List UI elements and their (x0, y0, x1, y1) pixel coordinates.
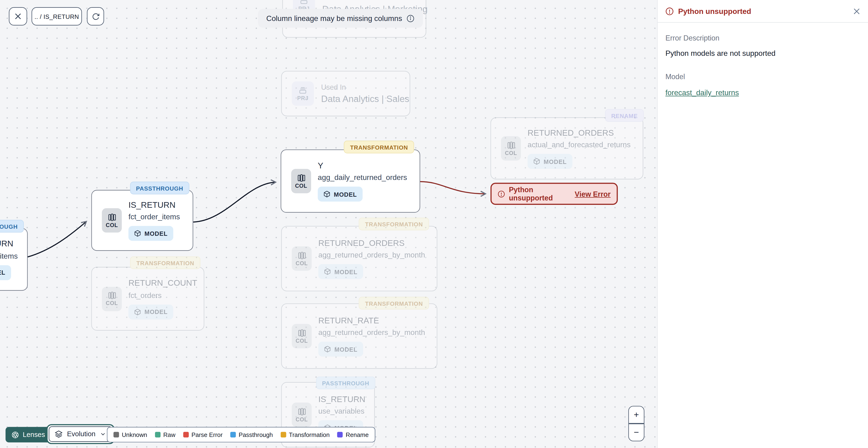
chip-label: COL (296, 260, 308, 266)
alert-circle-icon (498, 189, 505, 198)
prj-chip: PRJ (292, 82, 314, 106)
cube-icon (324, 346, 331, 353)
node-body: COL RETURNED_ORDERS agg_returned_orders_… (282, 226, 437, 291)
lineage-node-used-in-sales[interactable]: PRJ Used In Data Analytics | Sales (281, 71, 410, 116)
edge-passthrough-to-y (193, 182, 276, 222)
lineage-node-return-count[interactable]: TRANSFORMATION COL RETURN_COUNT fct_orde… (91, 267, 205, 330)
refresh-button[interactable] (87, 7, 104, 26)
node-body: COL RETURN_COUNT fct_orders MODEL (92, 267, 204, 330)
lineage-node-return-rate[interactable]: TRANSFORMATION COL RETURN_RATE agg_retur… (281, 303, 437, 369)
columns-icon (107, 291, 116, 300)
columns-icon (297, 174, 305, 182)
panel-body: Error Description Python models are not … (658, 23, 868, 108)
lenses-button[interactable]: Lenses (6, 427, 51, 442)
pill-label: MODEL (544, 158, 566, 165)
node-body: COL RETURNED_ORDERS actual_and_forecaste… (491, 118, 643, 179)
node-subtitle: agg_returned_orders_by_month (318, 251, 425, 259)
columns-icon (107, 213, 116, 221)
model-link[interactable]: forecast_daily_returns (665, 89, 739, 97)
legend-item-transformation: Transformation (281, 431, 330, 438)
alert-circle-icon (665, 7, 674, 15)
columns-icon (298, 251, 306, 259)
chip-label: COL (296, 337, 308, 344)
legend-item-rename: Rename (337, 431, 369, 438)
node-body: COL Y agg_daily_returned_orders MODEL (281, 150, 420, 212)
col-chip: COL (102, 287, 122, 311)
evolution-label: Evolution (67, 430, 95, 438)
node-body: COL IS_RETURN fct_order_items MODEL (0, 229, 27, 290)
pill-label: MODEL (145, 230, 168, 237)
project-icon (300, 0, 309, 5)
chip-label: COL (505, 150, 517, 156)
columns-icon (507, 141, 515, 149)
lineage-node-is-return[interactable]: PASSTHROUGH COL IS_RETURN fct_order_item… (91, 190, 193, 251)
pill-label: MODEL (334, 191, 357, 198)
lenses-label: Lenses (23, 431, 45, 439)
chip-label: COL (106, 222, 118, 228)
col-chip: COL (292, 402, 312, 427)
legend-swatch (281, 432, 286, 438)
error-node-python-unsupported[interactable]: Python unsupported View Error (491, 183, 618, 205)
legend-swatch (230, 432, 236, 438)
panel-title: Python unsupported (678, 7, 751, 15)
error-node-label: Python unsupported (509, 186, 571, 202)
edge-cut-to-passthrough (28, 221, 86, 257)
model-pill: MODEL (527, 154, 572, 169)
chip-label: COL (296, 416, 308, 422)
evolution-lens-dropdown[interactable]: Evolution (49, 426, 113, 442)
zoom-in-button[interactable]: + (629, 406, 644, 423)
close-lineage-button[interactable] (9, 7, 27, 26)
lineage-node-returned-orders-rename[interactable]: RENAME COL RETURNED_ORDERS actual_and_fo… (491, 117, 643, 179)
panel-close-button[interactable] (853, 7, 861, 15)
pill-label: MODEL (334, 346, 358, 352)
project-icon (298, 86, 307, 95)
error-description-value: Python models are not supported (665, 49, 860, 57)
layers-icon (55, 430, 63, 438)
error-details-panel: Python unsupported Error Description Pyt… (657, 0, 868, 448)
close-icon (853, 7, 861, 15)
node-body: COL IS_RETURN fct_order_items MODEL (92, 190, 193, 250)
info-icon[interactable] (406, 14, 415, 22)
legend-swatch (337, 432, 343, 438)
breadcrumb-button[interactable]: .. / IS_RETURN (32, 7, 82, 26)
pill-label: MODEL (145, 308, 168, 315)
node-subtitle: actual_and_forecasted_returns (527, 141, 631, 149)
node-title: RETURNED_ORDERS (318, 238, 425, 248)
columns-icon (298, 407, 306, 416)
legend-swatch (155, 432, 161, 438)
cube-icon (324, 268, 331, 275)
chip-label: PRJ (297, 95, 309, 101)
col-chip: COL (292, 246, 312, 271)
error-description-label: Error Description (665, 34, 860, 42)
refresh-icon (92, 12, 99, 20)
panel-header: Python unsupported (658, 0, 868, 23)
col-chip: COL (291, 169, 311, 193)
node-title: IS_RETURN (128, 200, 180, 209)
canvas-zoom-controls: + − (628, 406, 644, 441)
node-subtitle: fct_orders (128, 291, 195, 299)
cube-icon (134, 230, 141, 237)
node-title: RETURNED_ORDERS (527, 128, 631, 138)
edge-y-to-error (420, 182, 485, 194)
node-title: Data Analytics | Sales (321, 93, 401, 104)
node-subtitle: agg_returned_orders_by_month (318, 328, 425, 336)
zoom-out-button[interactable]: − (629, 424, 644, 441)
model-pill: MODEL (0, 265, 11, 280)
lineage-node-is-return-offscreen[interactable]: PASSTHROUGH COL IS_RETURN fct_order_item… (0, 228, 28, 291)
lineage-notification: Column lineage may be missing columns (258, 9, 423, 28)
legend-item-parse-error: Parse Error (183, 431, 222, 438)
lineage-node-returned-orders[interactable]: TRANSFORMATION COL RETURNED_ORDERS agg_r… (281, 226, 437, 291)
close-icon (14, 13, 22, 20)
legend-swatch (114, 432, 119, 438)
col-chip: COL (501, 136, 521, 160)
view-error-link[interactable]: View Error (575, 189, 611, 198)
node-subtitle: fct_order_items (128, 213, 180, 221)
app-window: PRJ Used In Data Analytics | Marketing P… (0, 0, 868, 448)
chevron-down-icon (100, 431, 106, 438)
breadcrumb: .. / IS_RETURN (34, 13, 79, 20)
lineage-node-y[interactable]: TRANSFORMATION COL Y agg_daily_returned_… (281, 150, 420, 213)
badge-transformation: TRANSFORMATION (130, 256, 200, 269)
node-body: PRJ Used In Data Analytics | Sales (282, 71, 410, 116)
lineage-canvas[interactable]: PRJ Used In Data Analytics | Marketing P… (0, 0, 657, 448)
used-in-label: Used In (321, 83, 401, 91)
